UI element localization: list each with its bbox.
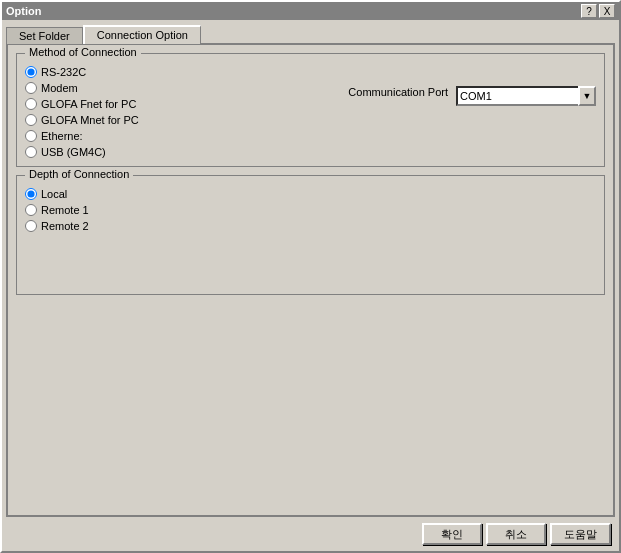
depth-local[interactable]: Local <box>25 188 596 200</box>
comm-port-select-wrapper: COM1 COM2 COM3 COM4 ▼ <box>456 86 596 106</box>
depth-group-label: Depth of Connection <box>25 168 133 180</box>
method-glofa-mnet[interactable]: GLOFA Mnet for PC <box>25 114 348 126</box>
help-button[interactable]: 도움말 <box>550 523 611 545</box>
tab-bar: Set Folder Connection Option <box>2 20 619 43</box>
help-title-button[interactable]: ? <box>581 4 597 18</box>
method-rs232c[interactable]: RS-232C <box>25 66 348 78</box>
method-options: RS-232C Modem GLOFA Fnet for PC GLOFA Mn… <box>25 62 348 158</box>
method-of-connection-group: Method of Connection RS-232C Modem GLOFA… <box>16 53 605 167</box>
close-title-button[interactable]: X <box>599 4 615 18</box>
method-etherne[interactable]: Etherne: <box>25 130 348 142</box>
title-bar-buttons: ? X <box>581 4 615 18</box>
tab-connection-option[interactable]: Connection Option <box>83 25 201 44</box>
method-usb-gm4c[interactable]: USB (GM4C) <box>25 146 348 158</box>
depth-remote1[interactable]: Remote 1 <box>25 204 596 216</box>
depth-remote2[interactable]: Remote 2 <box>25 220 596 232</box>
comm-port-label: Communication Port <box>348 86 448 98</box>
tab-content-connection-option: Method of Connection RS-232C Modem GLOFA… <box>6 43 615 517</box>
method-glofa-fnet[interactable]: GLOFA Fnet for PC <box>25 98 348 110</box>
comm-port-section: Communication Port COM1 COM2 COM3 COM4 ▼ <box>348 62 596 158</box>
depth-of-connection-group: Depth of Connection Local Remote 1 Remot… <box>16 175 605 295</box>
tab-set-folder[interactable]: Set Folder <box>6 27 83 44</box>
bottom-bar: 확인 취소 도움말 <box>2 517 619 551</box>
confirm-button[interactable]: 확인 <box>422 523 482 545</box>
method-modem[interactable]: Modem <box>25 82 348 94</box>
method-group-label: Method of Connection <box>25 46 141 58</box>
title-bar: Option ? X <box>2 2 619 20</box>
window-title: Option <box>6 5 41 17</box>
comm-port-select[interactable]: COM1 COM2 COM3 COM4 <box>456 86 596 106</box>
cancel-button[interactable]: 취소 <box>486 523 546 545</box>
option-window: Option ? X Set Folder Connection Option … <box>0 0 621 553</box>
depth-options: Local Remote 1 Remote 2 <box>25 184 596 232</box>
